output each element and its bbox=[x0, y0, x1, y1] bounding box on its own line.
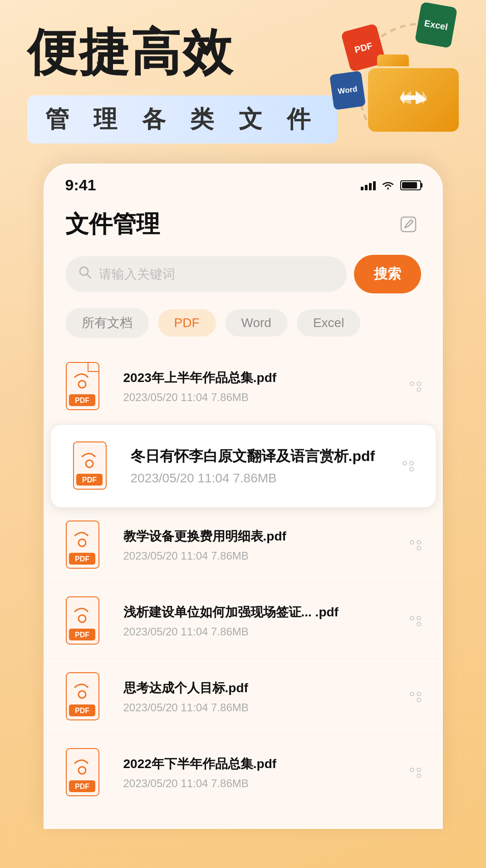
tab-word[interactable]: Word bbox=[225, 309, 288, 337]
file-meta-1: 2023/05/20 11:04 7.86MB bbox=[123, 391, 388, 404]
wifi-icon bbox=[381, 180, 395, 191]
pdf-badge-text: PDF bbox=[353, 40, 374, 55]
dot-14 bbox=[417, 692, 421, 696]
app-header: 文件管理 bbox=[44, 198, 443, 248]
word-badge-text: Word bbox=[337, 84, 358, 96]
svg-text:PDF: PDF bbox=[75, 555, 89, 563]
file-meta-6: 2023/05/20 11:04 7.86MB bbox=[123, 777, 388, 790]
folder-body bbox=[368, 68, 459, 132]
signal-bars-icon bbox=[361, 180, 376, 190]
search-input-wrap[interactable]: 请输入关键词 bbox=[65, 256, 347, 292]
float-icons: PDF Excel Word bbox=[332, 5, 459, 132]
edit-icon bbox=[398, 214, 418, 234]
dot-8 bbox=[417, 540, 421, 545]
search-button[interactable]: 搜索 bbox=[354, 255, 421, 293]
phone-mockup: 9:41 文件管理 bbox=[44, 164, 443, 829]
svg-text:PDF: PDF bbox=[75, 783, 89, 790]
signal-bar-4 bbox=[373, 181, 376, 190]
dots-row-bottom-4 bbox=[417, 622, 421, 626]
more-button-6[interactable] bbox=[401, 763, 421, 783]
file-info-4: 浅析建设单位如何加强现场签证... .pdf 2023/05/20 11:04 … bbox=[123, 604, 388, 638]
file-name-1: 2023年上半年作品总集.pdf bbox=[123, 369, 388, 387]
dots-row-top-6 bbox=[410, 768, 421, 772]
file-name-6: 2022年下半年作品总集.pdf bbox=[123, 755, 388, 773]
dots-row-top-5 bbox=[410, 692, 421, 696]
file-item-4[interactable]: PDF 浅析建设单位如何加强现场签证... .pdf 2023/05/20 11… bbox=[44, 583, 443, 659]
more-button-4[interactable] bbox=[401, 611, 421, 631]
dot-3 bbox=[417, 387, 421, 392]
signal-bar-2 bbox=[365, 185, 368, 190]
dot-7 bbox=[410, 540, 414, 545]
dot-12 bbox=[417, 622, 421, 626]
more-button-2[interactable] bbox=[394, 456, 414, 476]
battery-fill bbox=[402, 182, 417, 188]
file-meta-3: 2023/05/20 11:04 7.86MB bbox=[123, 550, 388, 562]
dot-16 bbox=[410, 768, 414, 772]
file-item-5[interactable]: PDF 思考达成个人目标.pdf 2023/05/20 11:04 7.86MB bbox=[44, 659, 443, 735]
status-bar: 9:41 bbox=[44, 164, 443, 198]
file-meta-2: 2023/05/20 11:04 7.86MB bbox=[131, 471, 381, 486]
folder-arrows-svg bbox=[395, 86, 432, 114]
search-bar: 请输入关键词 搜索 bbox=[65, 255, 421, 293]
status-icons bbox=[361, 180, 421, 191]
pdf-file-icon-6: PDF bbox=[65, 748, 111, 798]
file-item-3[interactable]: PDF 教学设备更换费用明细表.pdf 2023/05/20 11:04 7.8… bbox=[44, 507, 443, 583]
dot-6 bbox=[409, 467, 414, 471]
word-float-badge: Word bbox=[329, 71, 366, 110]
battery-icon bbox=[400, 180, 421, 190]
more-button-5[interactable] bbox=[401, 687, 421, 707]
folder-tab bbox=[377, 55, 409, 66]
dots-row-top-4 bbox=[410, 616, 421, 620]
dots-row-bottom-2 bbox=[409, 467, 414, 471]
pdf-icon-svg-2: PDF bbox=[73, 441, 113, 490]
file-name-5: 思考达成个人目标.pdf bbox=[123, 680, 388, 697]
tab-excel[interactable]: Excel bbox=[297, 309, 360, 337]
battery-tip bbox=[421, 183, 422, 188]
dot-17 bbox=[417, 768, 421, 772]
excel-float-badge: Excel bbox=[415, 2, 457, 49]
svg-text:PDF: PDF bbox=[75, 707, 89, 714]
file-info-2: 冬日有怀李白原文翻译及语言赏析.pdf 2023/05/20 11:04 7.8… bbox=[131, 446, 381, 486]
pdf-icon-svg-1: PDF bbox=[65, 362, 106, 411]
dots-row-bottom-3 bbox=[417, 546, 421, 551]
search-icon-svg bbox=[78, 265, 93, 280]
pdf-icon-svg-4: PDF bbox=[65, 596, 106, 645]
file-meta-5: 2023/05/20 11:04 7.86MB bbox=[123, 701, 388, 714]
edit-button[interactable] bbox=[396, 212, 421, 237]
file-name-4: 浅析建设单位如何加强现场签证... .pdf bbox=[123, 604, 388, 621]
tab-pdf[interactable]: PDF bbox=[158, 309, 216, 337]
pdf-icon-svg-6: PDF bbox=[65, 748, 106, 797]
more-button-3[interactable] bbox=[401, 535, 421, 555]
signal-bar-3 bbox=[369, 183, 372, 190]
dots-row-top-3 bbox=[410, 540, 421, 545]
file-info-1: 2023年上半年作品总集.pdf 2023/05/20 11:04 7.86MB bbox=[123, 369, 388, 404]
dot-11 bbox=[417, 616, 421, 620]
dot-9 bbox=[417, 546, 421, 551]
file-item-6[interactable]: PDF 2022年下半年作品总集.pdf 2023/05/20 11:04 7.… bbox=[44, 735, 443, 825]
file-name-3: 教学设备更换费用明细表.pdf bbox=[123, 528, 388, 545]
dots-row-top-2 bbox=[403, 461, 414, 466]
hero-section: 便捷高效 管 理 各 类 文 件 PDF Excel Word bbox=[0, 0, 486, 191]
dot-15 bbox=[417, 698, 421, 702]
pdf-file-icon-3: PDF bbox=[65, 520, 111, 570]
dots-row-bottom-5 bbox=[417, 698, 421, 702]
more-button-1[interactable] bbox=[401, 377, 421, 397]
svg-text:PDF: PDF bbox=[75, 397, 89, 404]
file-item-1[interactable]: PDF 2023年上半年作品总集.pdf 2023/05/20 11:04 7.… bbox=[44, 349, 443, 425]
dots-row-bottom-6 bbox=[417, 774, 421, 778]
file-name-2: 冬日有怀李白原文翻译及语言赏析.pdf bbox=[131, 446, 381, 466]
dot-18 bbox=[417, 774, 421, 778]
file-info-3: 教学设备更换费用明细表.pdf 2023/05/20 11:04 7.86MB bbox=[123, 528, 388, 562]
file-item-2[interactable]: PDF 冬日有怀李白原文翻译及语言赏析.pdf 2023/05/20 11:04… bbox=[51, 425, 436, 507]
pdf-file-icon-4: PDF bbox=[65, 596, 111, 646]
hero-subtitle: 管 理 各 类 文 件 bbox=[27, 95, 338, 144]
signal-bar-1 bbox=[361, 187, 363, 190]
file-list: PDF 2023年上半年作品总集.pdf 2023/05/20 11:04 7.… bbox=[44, 345, 443, 829]
tab-all-docs[interactable]: 所有文档 bbox=[65, 308, 149, 338]
app-title: 文件管理 bbox=[65, 208, 160, 240]
search-placeholder: 请输入关键词 bbox=[99, 266, 175, 283]
status-time: 9:41 bbox=[65, 176, 96, 194]
pdf-file-icon-1: PDF bbox=[65, 362, 111, 412]
dot-5 bbox=[409, 461, 414, 466]
svg-text:PDF: PDF bbox=[82, 476, 97, 484]
